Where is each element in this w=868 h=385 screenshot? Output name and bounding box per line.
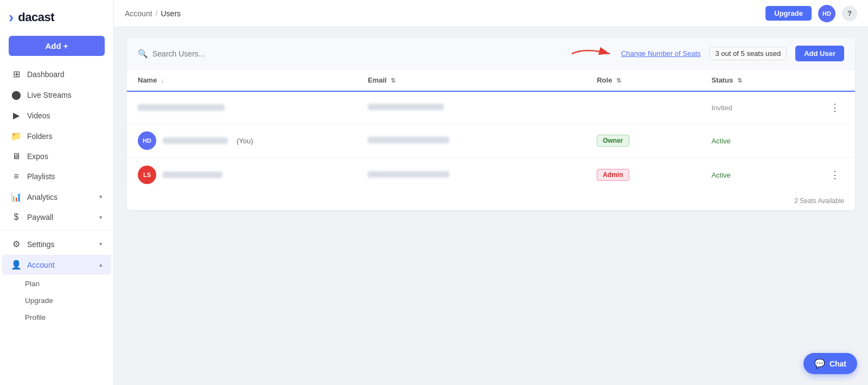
status-badge: Active <box>711 137 730 145</box>
expos-icon: 🖥 <box>11 152 22 161</box>
user-cell <box>138 104 346 111</box>
status-badge: Active <box>711 171 730 179</box>
chevron-down-icon: ▾ <box>99 193 103 200</box>
topbar-actions: Upgrade HD ? <box>765 5 857 22</box>
content-area: 🔍 C <box>114 27 868 385</box>
table-row: HD (You) Owner Active <box>127 124 855 158</box>
user-email-blurred <box>368 104 444 110</box>
sidebar-nav: ⊞ Dashboard ⬤ Live Streams ▶ Videos 📁 Fo… <box>0 64 113 326</box>
sort-both-icon: ⇅ <box>391 77 395 84</box>
user-email-blurred <box>368 171 449 178</box>
sidebar: › dacast Add + ⊞ Dashboard ⬤ Live Stream… <box>0 0 114 385</box>
user-email-blurred <box>368 137 449 143</box>
seats-info-area: Change Number of Seats 3 out of 5 seats … <box>569 46 844 61</box>
sidebar-item-label: Videos <box>27 111 50 120</box>
breadcrumb-current: Users <box>161 9 181 18</box>
add-user-button[interactable]: Add User <box>795 46 844 61</box>
col-status[interactable]: Status ⇅ <box>700 70 815 91</box>
sidebar-item-analytics[interactable]: 📊 Analytics ▾ <box>2 187 111 207</box>
main-area: Account / Users Upgrade HD ? 🔍 <box>114 0 868 385</box>
table-row: Invited ⋮ <box>127 91 855 124</box>
users-panel: 🔍 C <box>127 38 855 210</box>
avatar: LS <box>138 166 156 184</box>
avatar: HD <box>138 131 156 150</box>
help-icon[interactable]: ? <box>842 6 857 21</box>
sidebar-subitem-upgrade[interactable]: Upgrade <box>0 292 113 309</box>
sidebar-item-folders[interactable]: 📁 Folders <box>2 126 111 146</box>
red-arrow-wrap <box>569 46 612 61</box>
sidebar-subitem-profile[interactable]: Profile <box>0 309 113 326</box>
change-seats-link[interactable]: Change Number of Seats <box>621 49 701 58</box>
col-email[interactable]: Email ⇅ <box>357 70 586 91</box>
videos-icon: ▶ <box>11 110 22 121</box>
sidebar-item-label: Settings <box>27 240 55 249</box>
folders-icon: 📁 <box>11 131 22 141</box>
status-badge: Invited <box>711 104 732 112</box>
you-label: (You) <box>237 137 253 145</box>
col-name[interactable]: Name ↓ <box>127 70 357 91</box>
user-name-blurred <box>138 104 225 111</box>
sidebar-item-dashboard[interactable]: ⊞ Dashboard <box>2 64 111 84</box>
sidebar-item-videos[interactable]: ▶ Videos <box>2 105 111 125</box>
chat-bubble-icon: 💬 <box>814 358 825 369</box>
seats-available-label: 2 Seats Available <box>127 192 855 210</box>
sidebar-item-label: Dashboard <box>27 70 65 79</box>
sidebar-subitem-plan[interactable]: Plan <box>0 275 113 292</box>
sidebar-item-label: Analytics <box>27 193 58 201</box>
role-badge: Owner <box>597 135 629 147</box>
chevron-up-icon: ▴ <box>99 261 103 268</box>
red-arrow-icon <box>569 46 612 61</box>
user-cell: LS <box>138 166 346 184</box>
user-name-blurred <box>163 137 228 144</box>
logo-text: dacast <box>18 10 54 24</box>
user-name-blurred <box>163 172 222 178</box>
role-badge: Admin <box>597 169 629 181</box>
sidebar-item-label: Folders <box>27 132 53 141</box>
table-header: Name ↓ Email ⇅ Role ⇅ Status <box>127 70 855 91</box>
sort-desc-icon: ↓ <box>161 77 164 84</box>
logo-chevron-icon: › <box>9 10 14 25</box>
chat-bubble[interactable]: 💬 Chat <box>803 353 857 374</box>
search-icon: 🔍 <box>138 49 148 59</box>
avatar[interactable]: HD <box>818 5 835 22</box>
more-options-button[interactable]: ⋮ <box>826 99 844 116</box>
topbar: Account / Users Upgrade HD ? <box>114 0 868 27</box>
chat-label: Chat <box>829 359 846 368</box>
search-input[interactable] <box>152 49 563 58</box>
sidebar-item-live-streams[interactable]: ⬤ Live Streams <box>2 85 111 105</box>
add-button[interactable]: Add + <box>9 36 105 56</box>
users-table: Name ↓ Email ⇅ Role ⇅ Status <box>127 70 855 192</box>
upgrade-button[interactable]: Upgrade <box>765 6 812 21</box>
breadcrumb-separator: / <box>156 9 158 18</box>
sidebar-item-label: Account <box>27 261 55 269</box>
sidebar-item-label: Playlists <box>27 172 55 181</box>
sidebar-subitem-label: Upgrade <box>25 296 53 305</box>
playlists-icon: ≡ <box>11 172 22 181</box>
dashboard-icon: ⊞ <box>11 69 22 79</box>
logo: › dacast <box>0 0 113 33</box>
sidebar-item-expos[interactable]: 🖥 Expos <box>2 147 111 166</box>
breadcrumb: Account / Users <box>125 9 181 18</box>
settings-icon: ⚙ <box>11 239 22 249</box>
sort-both-icon: ⇅ <box>616 77 621 84</box>
chevron-down-icon: ▾ <box>99 241 103 248</box>
analytics-icon: 📊 <box>11 192 22 202</box>
chevron-down-icon: ▾ <box>99 214 103 221</box>
sidebar-item-settings[interactable]: ⚙ Settings ▾ <box>2 234 111 254</box>
col-role[interactable]: Role ⇅ <box>586 70 700 91</box>
live-streams-icon: ⬤ <box>11 90 22 100</box>
sort-both-icon: ⇅ <box>737 77 742 84</box>
paywall-icon: $ <box>11 212 22 222</box>
sidebar-subitem-label: Plan <box>25 280 40 288</box>
sidebar-item-account[interactable]: 👤 Account ▴ <box>2 255 111 275</box>
sidebar-item-paywall[interactable]: $ Paywall ▾ <box>2 207 111 227</box>
sidebar-subitem-label: Profile <box>25 313 46 321</box>
sidebar-item-label: Live Streams <box>27 91 72 99</box>
table-row: LS Admin Active ⋮ <box>127 158 855 192</box>
users-toolbar: 🔍 C <box>127 38 855 70</box>
sidebar-item-label: Expos <box>27 152 48 161</box>
sidebar-item-playlists[interactable]: ≡ Playlists <box>2 167 111 186</box>
table-body: Invited ⋮ HD (You) <box>127 91 855 192</box>
more-options-button[interactable]: ⋮ <box>826 167 844 183</box>
user-cell: HD (You) <box>138 131 346 150</box>
